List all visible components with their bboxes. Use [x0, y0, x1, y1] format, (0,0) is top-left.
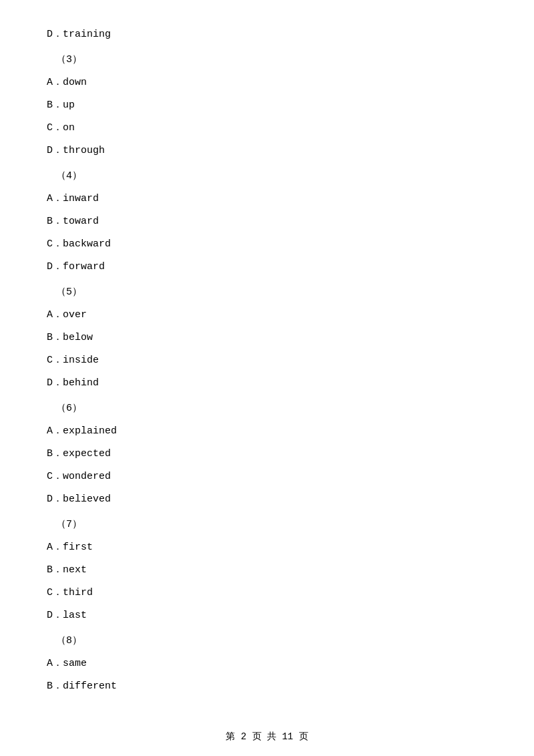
- question-number: （4）: [47, 168, 487, 184]
- option-item: A．over: [47, 307, 487, 323]
- option-item: D．last: [47, 608, 487, 624]
- page-footer: 第 2 页 共 11 页: [0, 731, 534, 743]
- option-item: D．training: [47, 27, 487, 43]
- question-number: （7）: [47, 517, 487, 533]
- main-content: D．training（3）A．downB．upC．onD．through（4）A…: [0, 0, 534, 741]
- option-item: B．below: [47, 330, 487, 346]
- option-item: B．toward: [47, 214, 487, 230]
- option-item: C．third: [47, 585, 487, 601]
- option-item: D．believed: [47, 492, 487, 508]
- option-item: B．expected: [47, 446, 487, 462]
- option-item: C．on: [47, 120, 487, 136]
- question-number: （5）: [47, 285, 487, 301]
- option-item: A．inward: [47, 191, 487, 207]
- option-item: A．first: [47, 540, 487, 556]
- question-number: （8）: [47, 633, 487, 649]
- option-item: D．through: [47, 143, 487, 159]
- option-item: C．backward: [47, 236, 487, 252]
- option-item: B．up: [47, 98, 487, 114]
- option-item: C．wondered: [47, 469, 487, 485]
- option-item: A．explained: [47, 423, 487, 439]
- question-number: （3）: [47, 52, 487, 68]
- option-item: D．behind: [47, 375, 487, 391]
- option-item: B．different: [47, 679, 487, 695]
- question-number: （6）: [47, 401, 487, 417]
- option-item: D．forward: [47, 259, 487, 275]
- option-item: B．next: [47, 562, 487, 578]
- option-item: A．down: [47, 75, 487, 91]
- option-item: A．same: [47, 656, 487, 672]
- option-item: C．inside: [47, 353, 487, 369]
